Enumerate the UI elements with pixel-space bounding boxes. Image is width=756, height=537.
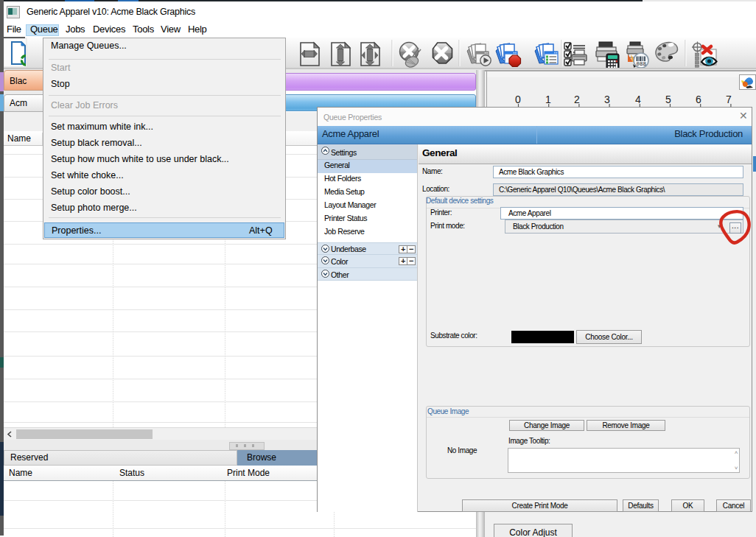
svg-text:088: 088 bbox=[637, 61, 647, 67]
